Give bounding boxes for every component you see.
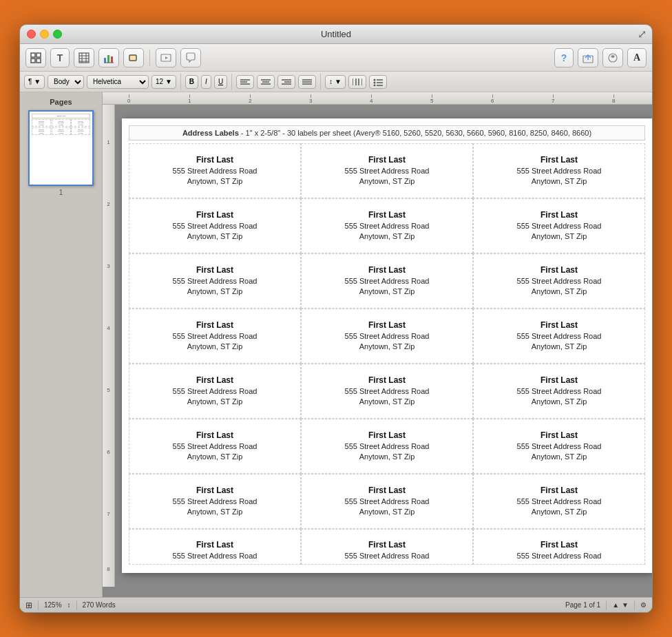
settings-icon[interactable]: ⚙ — [640, 601, 647, 609]
label-name: First Last — [540, 375, 578, 386]
resize-icon[interactable]: ⤢ — [638, 28, 647, 41]
zoom-level[interactable]: 125% — [44, 601, 62, 609]
comment-button[interactable] — [180, 48, 201, 67]
label-cell[interactable]: First Last 555 Street Address Road Anyto… — [301, 143, 473, 198]
label-cell[interactable]: First Last 555 Street Address Road Anyto… — [473, 364, 645, 419]
underline-button[interactable]: U — [214, 75, 227, 89]
share-button[interactable] — [578, 48, 598, 67]
paragraph-button[interactable]: ¶ ▼ — [24, 75, 45, 89]
document-scroll-area[interactable]: 0 1 2 3 4 5 6 7 8 1 2 3 4 — [103, 92, 652, 597]
list-button[interactable] — [369, 75, 387, 89]
status-sep2 — [76, 601, 77, 610]
format-sep3 — [320, 74, 321, 90]
label-cell[interactable]: First Last 555 Street Address Road Anyto… — [473, 198, 645, 253]
svg-rect-0 — [31, 53, 35, 57]
label-cell[interactable]: First Last 555 Street Address Road Anyto… — [473, 474, 645, 529]
style-select[interactable]: Body — [48, 75, 84, 89]
label-cell[interactable]: First Last 555 Street Address Road Anyto… — [129, 253, 301, 309]
label-cell[interactable]: First Last 555 Street Address Road Anyto… — [129, 419, 301, 474]
label-street: 555 Street Address Road — [345, 386, 430, 397]
page-thumbnail[interactable]: Address Labels First Last555 StreetAnyto… — [28, 110, 94, 186]
label-title: Address Labels — [182, 129, 239, 137]
font-select[interactable]: Helvetica — [87, 75, 149, 89]
label-street: 555 Street Address Road — [173, 497, 258, 507]
justify-button[interactable] — [298, 75, 316, 89]
label-cell[interactable]: First Last 555 Street Address Road Anyto… — [301, 364, 473, 419]
label-cell[interactable]: First Last 555 Street Address Road Anyto… — [473, 309, 645, 364]
label-cell[interactable]: First Last 555 Street Address Road Anyto… — [129, 143, 301, 198]
main-window: Untitled ⤢ T — [19, 24, 653, 613]
chart-button[interactable] — [98, 48, 119, 67]
label-cell[interactable]: First Last 555 Street Address Road — [129, 529, 301, 565]
label-cell[interactable]: First Last 555 Street Address Road — [301, 529, 473, 565]
label-cell[interactable]: First Last 555 Street Address Road Anyto… — [473, 253, 645, 309]
label-cell[interactable]: First Last 555 Street Address Road Anyto… — [301, 198, 473, 253]
label-city: Anytown, ST Zip — [359, 231, 415, 242]
label-cell[interactable]: First Last 555 Street Address Road Anyto… — [129, 309, 301, 364]
table-button[interactable] — [74, 48, 94, 67]
format-sep1 — [180, 74, 181, 90]
page-mode-icon[interactable]: ⊞ — [25, 601, 32, 610]
close-button[interactable] — [27, 30, 36, 39]
label-street: 555 Street Address Road — [345, 221, 430, 231]
zoom-adjust[interactable]: ↕ — [67, 601, 71, 609]
label-city: Anytown, ST Zip — [359, 176, 415, 187]
label-city: Anytown, ST Zip — [187, 176, 243, 187]
label-street: 555 Street Address Road — [345, 166, 430, 176]
maximize-button[interactable] — [53, 30, 62, 39]
label-cell[interactable]: First Last 555 Street Address Road Anyto… — [301, 419, 473, 474]
label-name: First Last — [196, 264, 233, 276]
label-name: First Last — [540, 264, 578, 276]
help-button[interactable]: ? — [554, 48, 574, 67]
view-button[interactable] — [25, 48, 46, 67]
label-city: Anytown, ST Zip — [359, 397, 415, 407]
label-street: 555 Street Address Road — [345, 276, 430, 286]
ruler-left: 1 2 3 4 5 6 7 8 — [103, 105, 115, 587]
media-button[interactable] — [156, 48, 176, 67]
label-cell[interactable]: First Last 555 Street Address Road Anyto… — [473, 419, 645, 474]
align-right-button[interactable] — [277, 75, 295, 89]
label-name: First Last — [540, 539, 578, 551]
shape-button[interactable] — [123, 48, 144, 67]
label-street: 555 Street Address Road — [173, 551, 258, 561]
svg-rect-2 — [31, 59, 35, 63]
font-button[interactable]: A — [627, 48, 647, 67]
italic-button[interactable]: I — [201, 75, 211, 89]
label-name: First Last — [368, 375, 406, 386]
document-page: Address Labels - 1" x 2-5/8" - 30 labels… — [122, 118, 652, 573]
label-cell[interactable]: First Last 555 Street Address Road — [473, 529, 645, 565]
label-cell[interactable]: First Last 555 Street Address Road Anyto… — [301, 474, 473, 529]
align-left-button[interactable] — [236, 75, 254, 89]
scroll-up-btn[interactable]: ▲ — [612, 601, 619, 609]
label-street: 555 Street Address Road — [517, 221, 602, 231]
label-city: Anytown, ST Zip — [187, 231, 243, 242]
svg-rect-1 — [36, 53, 41, 57]
label-street: 555 Street Address Road — [517, 497, 602, 507]
scroll-down-btn[interactable]: ▼ — [622, 601, 629, 609]
page-number: 1 — [59, 189, 63, 196]
label-name: First Last — [196, 154, 233, 166]
label-cell[interactable]: First Last 555 Street Address Road Anyto… — [301, 253, 473, 309]
align-center-button[interactable] — [257, 75, 275, 89]
label-street: 555 Street Address Road — [345, 497, 430, 507]
label-city: Anytown, ST Zip — [187, 397, 243, 407]
label-cell[interactable]: First Last 555 Street Address Road Anyto… — [473, 143, 645, 198]
label-name: First Last — [540, 485, 578, 497]
line-spacing-button[interactable]: ↕ ▼ — [325, 75, 346, 89]
label-cell[interactable]: First Last 555 Street Address Road Anyto… — [129, 198, 301, 253]
label-street: 555 Street Address Road — [173, 386, 258, 397]
font-size-btn[interactable]: 12 ▼ — [151, 75, 176, 89]
minimize-button[interactable] — [40, 30, 49, 39]
label-name: First Last — [368, 209, 406, 221]
columns-button[interactable] — [348, 75, 366, 89]
label-name: First Last — [368, 264, 406, 276]
label-cell[interactable]: First Last 555 Street Address Road Anyto… — [301, 309, 473, 364]
page-info: Page 1 of 1 — [565, 601, 600, 609]
label-city: Anytown, ST Zip — [359, 286, 415, 297]
bold-button[interactable]: B — [185, 75, 198, 89]
format-sep2 — [231, 74, 232, 90]
label-cell[interactable]: First Last 555 Street Address Road Anyto… — [129, 474, 301, 529]
label-cell[interactable]: First Last 555 Street Address Road Anyto… — [129, 364, 301, 419]
text-button[interactable]: T — [50, 48, 70, 67]
display-button[interactable] — [602, 48, 623, 67]
